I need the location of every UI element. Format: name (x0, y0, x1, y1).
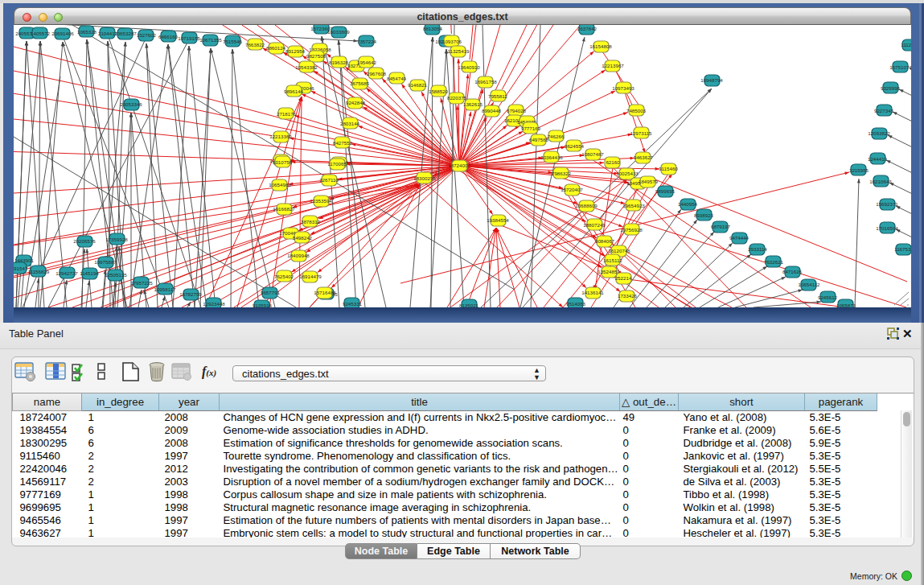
svg-text:20691406: 20691406 (51, 31, 74, 36)
svg-text:20053346: 20053346 (120, 101, 142, 107)
svg-text:1145194: 1145194 (80, 270, 99, 276)
svg-text:16782759: 16782759 (179, 291, 202, 297)
svg-text:6497568: 6497568 (529, 137, 549, 142)
svg-text:1244419: 1244419 (868, 156, 888, 162)
svg-text:6879197: 6879197 (711, 224, 731, 229)
svg-text:1615112: 1615112 (603, 257, 622, 263)
svg-text:18724007: 18724007 (448, 163, 470, 168)
svg-text:10654112: 10654112 (798, 282, 820, 287)
svg-text:16948794: 16948794 (700, 77, 723, 83)
svg-text:15692371: 15692371 (876, 201, 898, 207)
svg-text:13524851: 13524851 (598, 269, 620, 274)
svg-text:16914479: 16914479 (299, 274, 322, 279)
svg-text:10688609: 10688609 (575, 203, 598, 208)
svg-text:7632621: 7632621 (764, 259, 784, 265)
svg-text:19654923: 19654923 (622, 203, 645, 208)
svg-text:12942737: 12942737 (55, 270, 78, 276)
svg-text:1170065: 1170065 (327, 161, 347, 167)
svg-text:17957225: 17957225 (130, 280, 153, 286)
svg-text:7515546: 7515546 (223, 39, 243, 44)
svg-text:252214: 252214 (615, 275, 632, 281)
svg-text:11325419: 11325419 (447, 48, 470, 54)
svg-text:1405572: 1405572 (31, 31, 51, 36)
svg-text:9084067: 9084067 (595, 238, 615, 244)
svg-text:20364436: 20364436 (540, 154, 563, 160)
svg-text:15716486: 15716486 (314, 290, 336, 295)
svg-text:2967608: 2967608 (367, 71, 387, 76)
svg-text:8454749: 8454749 (387, 76, 407, 81)
svg-text:746266: 746266 (548, 134, 565, 139)
svg-text:8912954: 8912954 (285, 48, 306, 54)
svg-text:10807487: 10807487 (581, 151, 604, 157)
svg-text:16120746: 16120746 (608, 248, 630, 253)
svg-text:3878312: 3878312 (301, 219, 321, 225)
svg-text:19756928: 19756928 (620, 227, 643, 233)
svg-text:13640910: 13640910 (458, 64, 480, 70)
svg-text:3215955: 3215955 (849, 167, 869, 173)
svg-text:10719155: 10719155 (178, 35, 200, 41)
svg-text:10654983: 10654983 (269, 182, 291, 187)
svg-text:3675685: 3675685 (350, 80, 370, 86)
svg-text:10543382: 10543382 (295, 64, 318, 70)
svg-text:8938923: 8938923 (694, 212, 714, 218)
svg-text:1065328: 1065328 (77, 29, 97, 35)
svg-text:8196328: 8196328 (329, 60, 349, 65)
svg-text:9463627: 9463627 (634, 154, 654, 160)
svg-text:17359928: 17359928 (105, 237, 128, 242)
svg-text:16154808: 16154808 (589, 43, 612, 49)
svg-text:10025433: 10025433 (616, 171, 639, 176)
svg-text:8471626: 8471626 (782, 269, 803, 274)
svg-text:9657791: 9657791 (261, 290, 281, 295)
svg-text:1733426: 1733426 (618, 293, 638, 299)
svg-text:19384554: 19384554 (487, 217, 509, 223)
svg-text:10653287: 10653287 (114, 31, 137, 36)
svg-text:9115460: 9115460 (659, 166, 678, 171)
svg-text:8220375: 8220375 (447, 95, 467, 101)
svg-text:12213369: 12213369 (269, 134, 292, 139)
svg-text:12213967: 12213967 (602, 63, 624, 68)
svg-text:7955812: 7955812 (488, 93, 508, 99)
svg-text:14136141: 14136141 (581, 290, 604, 295)
svg-text:9827508: 9827508 (306, 53, 326, 59)
svg-text:16210643: 16210643 (869, 179, 892, 184)
svg-text:9514083: 9514083 (566, 301, 586, 307)
svg-text:9329996: 9329996 (881, 85, 901, 91)
svg-text:1527602: 1527602 (137, 32, 157, 38)
svg-text:7625402: 7625402 (274, 274, 294, 279)
svg-text:9146821: 9146821 (408, 82, 428, 88)
svg-text:18300295: 18300295 (413, 175, 436, 181)
svg-text:7357224: 7357224 (357, 39, 377, 44)
svg-text:391547: 391547 (14, 266, 28, 271)
svg-text:9777169: 9777169 (521, 126, 541, 131)
svg-text:2637842: 2637842 (577, 26, 598, 31)
svg-text:1588520: 1588520 (429, 89, 449, 94)
svg-text:3624554: 3624554 (565, 143, 585, 149)
svg-text:12973115: 12973115 (630, 130, 652, 136)
svg-text:10671355: 10671355 (199, 37, 222, 43)
svg-text:15720407: 15720407 (561, 187, 583, 192)
svg-text:9227343: 9227343 (874, 108, 894, 113)
svg-text:10975887: 10975887 (94, 259, 117, 265)
svg-text:1167531: 1167531 (894, 246, 911, 252)
svg-text:15751074: 15751074 (889, 64, 911, 70)
svg-text:8427552: 8427552 (333, 140, 353, 146)
svg-text:19166827: 19166827 (273, 206, 295, 212)
svg-text:2718176: 2718176 (277, 111, 297, 117)
svg-text:16033809: 16033809 (327, 29, 350, 35)
svg-text:8860124: 8860124 (266, 45, 286, 51)
svg-text:9474444: 9474444 (729, 235, 749, 241)
svg-text:5498242: 5498242 (293, 235, 313, 241)
svg-text:12093822: 12093822 (868, 130, 890, 136)
svg-text:12505135: 12505135 (105, 272, 127, 278)
svg-text:17016504: 17016504 (876, 225, 898, 231)
svg-text:2803144: 2803144 (340, 121, 360, 126)
svg-text:1112044: 1112044 (901, 42, 911, 47)
svg-text:1440954: 1440954 (678, 201, 698, 207)
svg-text:9245612: 9245612 (818, 295, 838, 300)
svg-text:18409948: 18409948 (287, 253, 310, 258)
svg-text:9242848: 9242848 (346, 100, 366, 105)
svg-text:9245331: 9245331 (343, 301, 363, 307)
svg-text:1010756: 1010756 (273, 159, 293, 165)
svg-text:8990448: 8990448 (482, 108, 502, 113)
svg-text:10958117: 10958117 (154, 286, 176, 292)
